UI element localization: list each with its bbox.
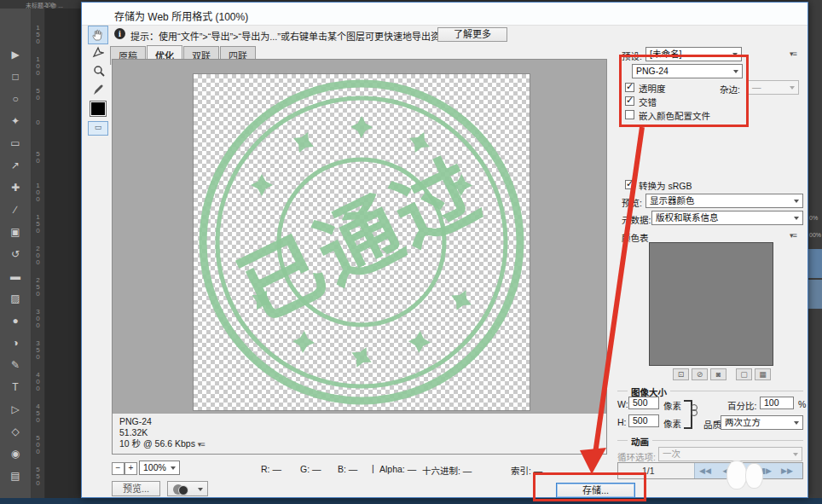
percent-input[interactable]: 100 <box>760 397 794 409</box>
browser-select-combo[interactable] <box>167 481 208 496</box>
loop-options-select[interactable]: 一次 <box>658 447 802 461</box>
tool-icon: T <box>0 377 31 398</box>
stamp-star <box>289 128 318 157</box>
animation-playback-bar: 1/1 ◀◀◀▶▮▶▶▶ <box>617 462 803 479</box>
tool-icon: ▣ <box>0 222 31 243</box>
eyedropper-icon <box>93 84 105 96</box>
preview-select[interactable]: 显示器颜色 <box>645 194 803 208</box>
tool-icon: ▷ <box>0 399 31 420</box>
stamp-image[interactable]: 已通过 <box>194 74 530 410</box>
r-value: — <box>272 464 281 474</box>
zoom-level-select[interactable]: 100% <box>139 461 180 475</box>
preset-select[interactable]: [未命名] <box>645 47 742 61</box>
ruler-mark: 400 <box>34 371 42 391</box>
preview-frame: 已通过 PNG-24 51.32K 10 秒 @ 56.6 Kbps ▾≡ <box>112 59 607 455</box>
tool-icon: ▭ <box>0 133 31 154</box>
tool-icon: ✚ <box>0 177 31 199</box>
learn-more-button[interactable]: 了解更多 <box>437 27 507 42</box>
color-table-menu-icon[interactable]: ▾≡ <box>790 231 796 240</box>
width-input[interactable]: 500 <box>628 397 659 409</box>
height-unit: 像素 <box>663 417 681 430</box>
color-table-title: 颜色表 <box>622 231 649 244</box>
chevron-down-icon <box>171 466 176 470</box>
index-readout: 索引: — <box>511 464 542 477</box>
map-transparency-button[interactable]: ⊘ <box>692 368 708 380</box>
zoom-in-button[interactable]: + <box>124 462 137 475</box>
hex-value: — <box>463 466 472 476</box>
transparency-checkbox[interactable] <box>625 83 634 92</box>
percent-unit: % <box>798 399 806 409</box>
width-unit: 像素 <box>663 399 681 412</box>
preset-value: [未命名] <box>650 49 681 59</box>
new-color-button[interactable]: ▢ <box>736 368 752 380</box>
snap-to-web-palette-button[interactable]: ⊡ <box>673 368 689 380</box>
chevron-down-icon <box>790 86 795 90</box>
quality-select[interactable]: 两次立方 <box>721 415 803 430</box>
ruler-mark: 450 <box>34 403 42 423</box>
stamp-star <box>447 286 477 316</box>
preset-label: 预设: <box>622 49 642 62</box>
alpha-readout: Alpha: — <box>379 464 416 474</box>
zoom-level-value: 100% <box>143 462 166 472</box>
slice-select-tool-button[interactable] <box>90 45 107 61</box>
zoom-tool-button[interactable] <box>90 64 107 79</box>
info-size: 51.32K <box>119 427 606 438</box>
preview-in-browser-button[interactable]: 预览... <box>112 481 160 496</box>
convert-srgb-checkbox[interactable] <box>625 180 634 189</box>
width-label: W: <box>617 399 628 409</box>
interlaced-checkbox[interactable] <box>625 96 634 106</box>
format-select[interactable]: PNG-24 <box>632 64 743 78</box>
tip-text: 提示：使用“文件”>“导出”>“导出为...”或右键单击某个图层可更快速地导出资… <box>130 29 449 43</box>
eyedropper-tool-button[interactable] <box>90 83 107 98</box>
cursor-artifact <box>726 461 747 490</box>
hand-tool-button[interactable] <box>88 26 108 44</box>
height-input[interactable]: 500 <box>628 414 659 427</box>
panel-menu-icon[interactable]: ▾≡ <box>790 49 796 58</box>
ruler-mark: 300 <box>34 308 42 328</box>
quality-value: 两次立方 <box>725 417 761 427</box>
eyedropper-color-swatch[interactable] <box>90 101 107 117</box>
embed-profile-label: 嵌入颜色配置文件 <box>639 109 710 122</box>
info-format: PNG-24 <box>119 416 606 427</box>
first-frame-button[interactable]: ◀◀ <box>695 463 715 478</box>
save-button[interactable]: 存储... <box>556 483 635 498</box>
delete-color-button[interactable]: ▦ <box>755 368 771 380</box>
chevron-down-icon <box>732 53 738 56</box>
toggle-slices-visibility-button[interactable]: ▭ <box>88 121 108 136</box>
zoom-out-button[interactable]: − <box>112 462 124 475</box>
ruler-mark: 150 <box>34 24 42 44</box>
stamp-star <box>251 174 273 196</box>
info-menu-icon[interactable]: ▾≡ <box>198 440 205 449</box>
lock-color-button[interactable]: ◙ <box>710 368 726 380</box>
tool-icon: □ <box>0 67 31 88</box>
stamp-star <box>408 330 431 353</box>
stamp-star <box>405 128 434 157</box>
dialog-title: 存储为 Web 所用格式 (100%) <box>114 9 248 23</box>
preview-value: 显示器颜色 <box>650 195 695 206</box>
tool-icon: ✦ <box>0 111 31 132</box>
hex-label: 十六进制: <box>422 466 460 476</box>
browser-icon <box>178 485 188 495</box>
ruler-mark: 350 <box>34 339 42 360</box>
ruler-mark: 50 <box>34 150 42 164</box>
interlaced-label: 交错 <box>639 96 657 108</box>
stamp-star <box>292 330 315 354</box>
g-label: G: <box>300 464 310 474</box>
loop-options-value: 一次 <box>663 449 680 459</box>
g-readout: G: — <box>300 464 321 474</box>
metadata-select[interactable]: 版权和联系信息 <box>651 211 803 225</box>
ruler-mark: 550 <box>34 466 42 486</box>
optimized-file-info: PNG-24 51.32K 10 秒 @ 56.6 Kbps ▾≡ <box>113 413 606 454</box>
dialog-titlebar: 存储为 Web 所用格式 (100%) <box>82 3 808 26</box>
last-frame-button[interactable]: ▶▶ <box>777 463 797 478</box>
b-value: — <box>349 464 358 474</box>
embed-profile-checkbox[interactable] <box>625 110 634 119</box>
hex-readout: 十六进制: — <box>422 464 472 477</box>
chain-link-icon <box>691 409 698 416</box>
canvas-background <box>45 9 81 504</box>
tool-icon: ▨ <box>0 288 31 310</box>
matte-select[interactable]: — <box>748 80 799 95</box>
format-value: PNG-24 <box>636 66 669 76</box>
preview-canvas[interactable]: 已通过 <box>113 60 606 413</box>
chevron-down-icon <box>794 421 799 425</box>
